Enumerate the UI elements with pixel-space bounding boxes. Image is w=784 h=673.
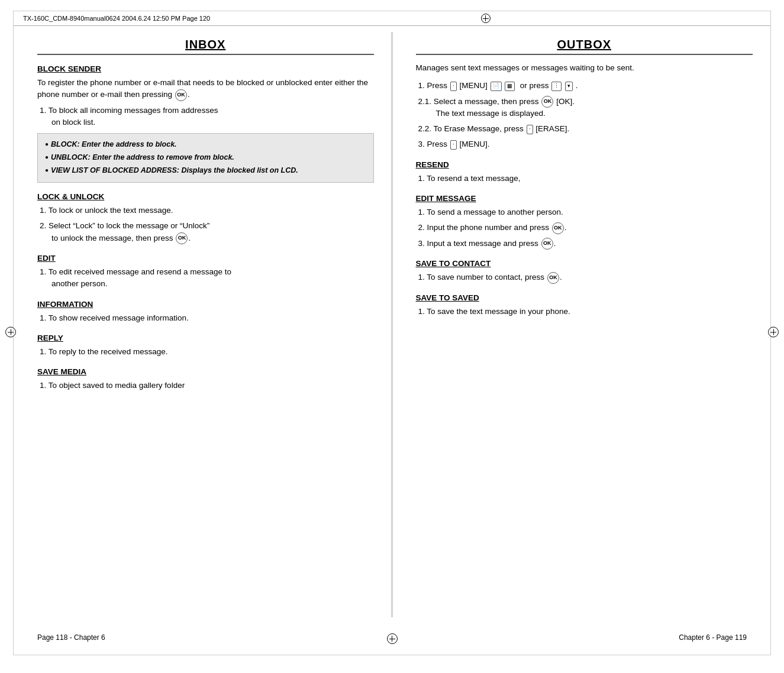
left-crosshair xyxy=(5,327,16,339)
block-step-1: 1. To block all incoming messages from a… xyxy=(37,105,374,129)
reply-header: REPLY xyxy=(37,334,374,342)
resend-header: RESEND xyxy=(416,160,753,169)
bullet-3: ● xyxy=(45,166,49,175)
inbox-title: INBOX xyxy=(37,38,374,55)
ok-button-icon-6: OK xyxy=(547,272,559,284)
left-crosshair-circle xyxy=(5,327,16,338)
outbox-intro: Manages sent text messages or messages w… xyxy=(416,62,753,74)
nwk-icon-1: ▾ xyxy=(565,82,573,91)
edit-step-1: 1. To edit received message and resend a… xyxy=(37,266,374,290)
save-to-contact-step-1: 1. To save number to contact, press OK. xyxy=(416,271,753,283)
footer-right: Chapter 6 - Page 119 xyxy=(679,633,747,644)
save-media-step-1: 1. To object saved to media gallery fold… xyxy=(37,380,374,391)
bullet-1: ● xyxy=(45,140,49,149)
footer-left: Page 118 - Chapter 6 xyxy=(37,633,105,644)
save-to-saved-step-1: 1. To save the text message in your phon… xyxy=(416,306,753,318)
info-box-item-3: ● VIEW LIST OF BLOCKED ADDRESS: Displays… xyxy=(45,164,366,176)
menu-icon-small-1: ‧ xyxy=(450,82,457,91)
outbox-column: OUTBOX Manages sent text messages or mes… xyxy=(392,32,771,617)
edit-header: EDIT xyxy=(37,254,374,263)
menu-icon-small-3: ‧ xyxy=(450,140,457,150)
crosshair-circle-bottom xyxy=(387,633,398,644)
resend-step-1: 1. To resend a text message, xyxy=(416,173,753,185)
crosshair-circle-top xyxy=(481,14,491,23)
inbox-column: INBOX BLOCK SENDER To register the phone… xyxy=(14,32,392,617)
ok-button-icon-5: OK xyxy=(541,238,553,250)
page-footer: Page 118 - Chapter 6 Chapter 6 - Page 11… xyxy=(14,629,770,649)
info-box-item-1: ● BLOCK: Enter the address to block. xyxy=(45,138,366,150)
main-content: INBOX BLOCK SENDER To register the phone… xyxy=(14,26,770,617)
info-box-item-2: ● UNBLOCK: Enter the address to remove f… xyxy=(45,151,366,163)
ok-button-icon-4: OK xyxy=(552,222,564,234)
right-crosshair-circle xyxy=(768,327,779,338)
doc-icon-1: 📄 xyxy=(491,82,502,91)
bullet-2: ● xyxy=(45,153,49,162)
block-sender-paragraph: To register the phone number or e-mail t… xyxy=(37,77,374,101)
outbox-step-1: 1. Press ‧ [MENU] 📄 ▩ or press ⋮ ▾ . xyxy=(416,80,753,92)
menu-icon-small-2: ‧ xyxy=(527,125,533,134)
ok-button-icon-2: OK xyxy=(176,232,188,244)
edit-message-step-3: 3. Input a text message and press OK. xyxy=(416,238,753,250)
info-box-text-2: UNBLOCK: Enter the address to remove fro… xyxy=(51,151,234,163)
save-to-contact-header: SAVE TO CONTACT xyxy=(416,259,753,268)
top-crosshair xyxy=(481,14,491,23)
mmo-icon-1: ▩ xyxy=(505,82,515,91)
block-sender-header: BLOCK SENDER xyxy=(37,64,374,73)
info-box-text-3: VIEW LIST OF BLOCKED ADDRESS: Displays t… xyxy=(51,164,298,176)
outbox-title: OUTBOX xyxy=(416,38,753,55)
page-border: TX-160C_CDM-8940manual0624 2004.6.24 12:… xyxy=(13,11,771,655)
outbox-step-3: 3. Press ‧ [MENU]. xyxy=(416,138,753,150)
ok-button-icon-1: OK xyxy=(175,89,187,101)
lock-step-2: 2. Select “Lock” to lock the message or … xyxy=(37,220,374,244)
grid-icon-1: ⋮ xyxy=(551,82,562,91)
reply-step-1: 1. To reply to the received message. xyxy=(37,346,374,358)
ok-button-icon-3: OK xyxy=(541,96,553,108)
edit-message-step-1: 1. To send a message to another person. xyxy=(416,206,753,218)
save-media-header: SAVE MEDIA xyxy=(37,367,374,376)
outbox-step-2-2: 2.2. To Erase Message, press ‧ [ERASE]. xyxy=(416,123,753,135)
outbox-step-2-1: 2.1. Select a message, then press OK [OK… xyxy=(416,96,753,120)
top-bar: TX-160C_CDM-8940manual0624 2004.6.24 12:… xyxy=(14,11,770,26)
information-step-1: 1. To show received message information. xyxy=(37,312,374,324)
information-header: INFORMATION xyxy=(37,300,374,309)
info-box: ● BLOCK: Enter the address to block. ● U… xyxy=(37,133,374,183)
edit-message-header: EDIT MESSAGE xyxy=(416,194,753,203)
info-box-text-1: BLOCK: Enter the address to block. xyxy=(51,138,177,150)
lock-step-1: 1. To lock or unlock the text message. xyxy=(37,205,374,216)
lock-unlock-header: LOCK & UNLOCK xyxy=(37,192,374,201)
right-crosshair xyxy=(768,327,779,339)
save-to-saved-header: SAVE TO SAVED xyxy=(416,293,753,302)
edit-message-step-2: 2. Input the phone number and press OK. xyxy=(416,222,753,234)
file-reference: TX-160C_CDM-8940manual0624 2004.6.24 12:… xyxy=(23,15,210,22)
